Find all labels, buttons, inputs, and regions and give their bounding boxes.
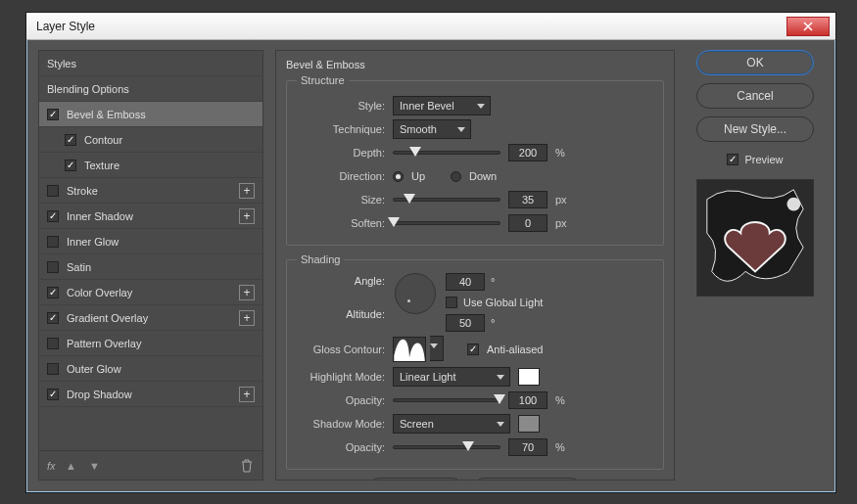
make-default-button[interactable]: Make Default [369, 478, 462, 481]
add-drop-shadow-icon[interactable]: + [239, 387, 255, 402]
checkbox-bevel[interactable] [47, 109, 59, 120]
gradient-overlay-label: Gradient Overlay [67, 312, 231, 324]
outer-glow-label: Outer Glow [67, 363, 255, 375]
shadow-color-swatch[interactable] [518, 415, 540, 433]
row-color-overlay[interactable]: Color Overlay+ [39, 280, 262, 305]
checkbox-texture[interactable] [65, 160, 76, 171]
checkbox-satin[interactable] [47, 261, 59, 273]
trash-icon[interactable] [239, 458, 255, 474]
altitude-label: Altitude: [297, 308, 385, 320]
add-inner-shadow-icon[interactable]: + [239, 208, 255, 224]
row-inner-shadow[interactable]: Inner Shadow+ [39, 204, 262, 229]
add-color-overlay-icon[interactable]: + [239, 285, 255, 300]
row-contour[interactable]: Contour [39, 127, 262, 153]
gloss-contour-picker[interactable] [393, 337, 426, 362]
highlight-opacity-input[interactable] [508, 391, 548, 409]
angle-input[interactable] [446, 273, 485, 291]
row-stroke[interactable]: Stroke+ [39, 178, 262, 204]
arrow-down-icon[interactable]: ▼ [87, 458, 103, 474]
depth-unit: % [555, 147, 577, 159]
fx-label: fx [47, 460, 56, 472]
soften-slider[interactable] [393, 221, 500, 225]
highlight-color-swatch[interactable] [518, 368, 540, 386]
right-panel: OK Cancel New Style... Preview [687, 50, 824, 481]
angle-deg: ° [491, 276, 495, 288]
row-inner-glow[interactable]: Inner Glow [39, 229, 262, 254]
cancel-button[interactable]: Cancel [696, 83, 814, 109]
size-slider[interactable] [393, 198, 500, 202]
row-gradient-overlay[interactable]: Gradient Overlay+ [39, 305, 262, 331]
add-stroke-icon[interactable]: + [239, 183, 255, 199]
shadow-opacity-label: Opacity: [297, 441, 385, 453]
layer-style-window: Layer Style Styles Blending Options Beve… [25, 12, 836, 493]
inner-shadow-label: Inner Shadow [67, 210, 231, 222]
close-icon[interactable] [786, 17, 830, 36]
structure-legend: Structure [297, 74, 349, 86]
styles-panel: Styles Blending Options Bevel & Emboss C… [38, 50, 263, 481]
highlight-mode-label: Highlight Mode: [297, 371, 385, 383]
technique-label: Technique: [297, 123, 385, 135]
ok-button[interactable]: OK [696, 50, 814, 75]
reset-default-button[interactable]: Reset to Default [474, 478, 581, 481]
checkbox-pattern-overlay[interactable] [47, 338, 59, 349]
checkbox-global-light[interactable] [446, 297, 457, 308]
add-gradient-overlay-icon[interactable]: + [239, 310, 255, 326]
texture-label: Texture [84, 160, 255, 171]
checkbox-stroke[interactable] [47, 185, 59, 197]
shading-legend: Shading [297, 253, 344, 265]
new-style-button[interactable]: New Style... [696, 116, 814, 142]
row-satin[interactable]: Satin [39, 254, 262, 280]
shadow-opacity-input[interactable] [508, 438, 548, 456]
shadow-mode-label: Shadow Mode: [297, 418, 385, 430]
altitude-deg: ° [491, 317, 495, 329]
style-label: Style: [297, 100, 385, 112]
shadow-opacity-slider[interactable] [393, 445, 500, 449]
styles-footer: fx ▲ ▼ [39, 450, 262, 480]
checkbox-preview[interactable] [727, 154, 738, 165]
satin-label: Satin [67, 261, 255, 273]
angle-dial[interactable] [395, 273, 436, 314]
checkbox-outer-glow[interactable] [47, 363, 59, 375]
size-unit: px [555, 194, 577, 206]
highlight-opacity-slider[interactable] [393, 398, 500, 402]
soften-input[interactable] [508, 214, 548, 232]
soften-unit: px [555, 217, 577, 229]
row-bevel-emboss[interactable]: Bevel & Emboss [39, 102, 262, 127]
checkbox-color-overlay[interactable] [47, 287, 59, 298]
row-pattern-overlay[interactable]: Pattern Overlay [39, 331, 262, 356]
row-outer-glow[interactable]: Outer Glow [39, 356, 262, 382]
styles-header[interactable]: Styles [39, 51, 262, 76]
style-select[interactable]: Inner Bevel [393, 96, 491, 115]
soften-label: Soften: [297, 217, 385, 229]
angle-label: Angle: [297, 275, 385, 287]
checkbox-inner-glow[interactable] [47, 236, 59, 248]
shadow-mode-select[interactable]: Screen [393, 414, 510, 434]
pattern-overlay-label: Pattern Overlay [67, 338, 255, 349]
stroke-label: Stroke [67, 185, 231, 197]
row-drop-shadow[interactable]: Drop Shadow+ [39, 382, 262, 407]
altitude-input[interactable] [446, 314, 485, 332]
row-blending-options[interactable]: Blending Options [39, 76, 262, 102]
checkbox-drop-shadow[interactable] [47, 389, 59, 400]
inner-glow-label: Inner Glow [67, 236, 255, 248]
checkbox-inner-shadow[interactable] [47, 210, 59, 222]
color-overlay-label: Color Overlay [67, 287, 231, 298]
arrow-up-icon[interactable]: ▲ [64, 458, 79, 474]
window-title: Layer Style [36, 20, 95, 33]
highlight-mode-select[interactable]: Linear Light [393, 367, 510, 387]
contour-label: Contour [84, 134, 255, 146]
svg-point-1 [786, 198, 800, 211]
antialiased-label: Anti-aliased [487, 344, 543, 355]
checkbox-antialiased[interactable] [467, 344, 479, 355]
checkbox-gradient-overlay[interactable] [47, 312, 59, 324]
depth-input[interactable] [508, 144, 548, 161]
size-input[interactable] [508, 191, 548, 208]
checkbox-contour[interactable] [65, 134, 76, 146]
contour-chevron-icon[interactable] [430, 336, 444, 361]
radio-up[interactable] [393, 171, 404, 182]
radio-down[interactable] [451, 171, 461, 182]
row-texture[interactable]: Texture [39, 153, 262, 178]
settings-panel: Bevel & Emboss Structure Style: Inner Be… [275, 50, 675, 481]
technique-select[interactable]: Smooth [393, 119, 471, 139]
depth-slider[interactable] [393, 151, 500, 155]
